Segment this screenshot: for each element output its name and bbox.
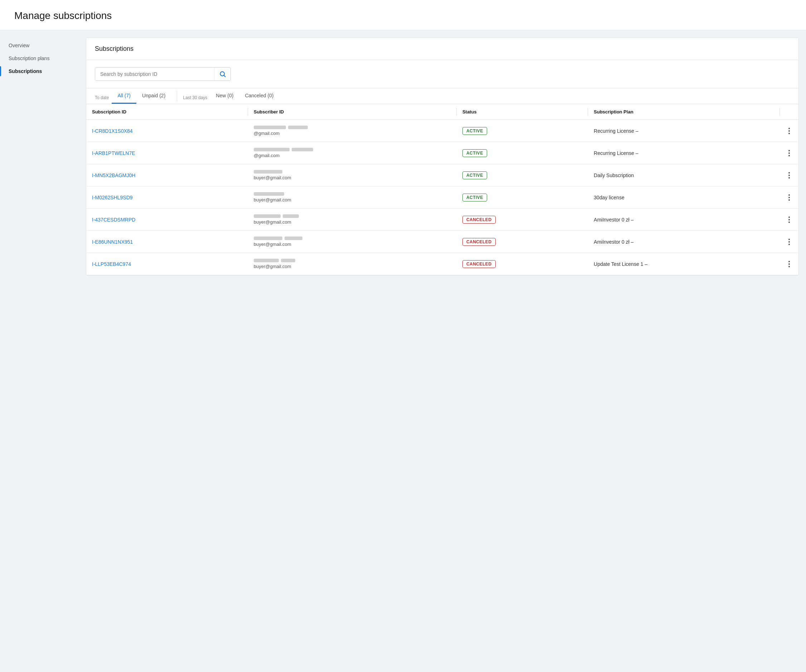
redacted-bar-2 — [284, 236, 302, 240]
subscription-id-cell: I-LLP53EB4C974 — [86, 253, 248, 275]
redacted-bar-2 — [288, 125, 308, 129]
page-title: Manage subscriptions — [14, 10, 792, 21]
tab-unpaid[interactable]: Unpaid (2) — [136, 88, 171, 104]
page-header: Manage subscriptions — [0, 0, 806, 30]
subscription-id-cell: I-M0262SHL9SD9 — [86, 187, 248, 209]
tab-all[interactable]: All (7) — [112, 88, 136, 104]
actions-cell — [780, 209, 798, 231]
row-menu-button[interactable] — [786, 171, 793, 180]
subscription-id-cell: I-ARB1PTWELN7E — [86, 142, 248, 164]
redacted-bar-1 — [254, 236, 282, 240]
table-row: I-M0262SHL9SD9 buyer@gmail.com ACTIVE 30… — [86, 187, 798, 209]
status-badge: ACTIVE — [462, 193, 487, 201]
redacted-bar-1 — [254, 148, 289, 151]
table-header-row: Subscription ID Subscriber ID Status Sub… — [86, 104, 798, 120]
subscriber-id-cell: buyer@gmail.com — [248, 164, 457, 187]
redacted-bar-2 — [292, 148, 313, 151]
plan-cell: 30day license — [588, 187, 780, 209]
col-header-actions — [780, 104, 798, 120]
subscriber-email: buyer@gmail.com — [254, 220, 451, 225]
table-row: I-E86UNN1NX951 buyer@gmail.com CANCELED … — [86, 231, 798, 253]
status-cell: ACTIVE — [457, 142, 588, 164]
redacted-bar-1 — [254, 125, 286, 129]
redacted-bar-1 — [254, 170, 282, 173]
subscription-id-link[interactable]: I-LLP53EB4C974 — [92, 261, 131, 267]
table-row: I-LLP53EB4C974 buyer@gmail.com CANCELED … — [86, 253, 798, 275]
plan-cell: Update Test License 1 – — [588, 253, 780, 275]
row-menu-button[interactable] — [786, 193, 793, 202]
actions-cell — [780, 187, 798, 209]
plan-cell: AmiInvestor 0 zł – — [588, 231, 780, 253]
main-content: Subscriptions To date — [79, 30, 806, 672]
status-cell: ACTIVE — [457, 120, 588, 142]
search-button[interactable] — [215, 68, 231, 81]
subscriber-email: buyer@gmail.com — [254, 241, 451, 247]
plan-cell: Recurring License – — [588, 142, 780, 164]
subscription-id-link[interactable]: I-ARB1PTWELN7E — [92, 150, 135, 156]
subscription-id-link[interactable]: I-CR8D1X1S0X84 — [92, 128, 133, 134]
status-badge: ACTIVE — [462, 172, 487, 179]
subscription-id-cell: I-437CESDSMRPD — [86, 209, 248, 231]
sidebar-item-subscriptions[interactable]: Subscriptions — [0, 65, 79, 78]
subscriber-email: @gmail.com — [254, 153, 451, 158]
subscriber-id-cell: buyer@gmail.com — [248, 231, 457, 253]
subscription-id-link[interactable]: I-M0262SHL9SD9 — [92, 195, 133, 200]
to-date-label: To date — [95, 95, 109, 104]
subscription-id-link[interactable]: I-MN5X2BAGMJ0H — [92, 172, 135, 178]
subscriber-id-cell: buyer@gmail.com — [248, 253, 457, 275]
redacted-bar-2 — [281, 259, 295, 262]
row-menu-button[interactable] — [786, 126, 793, 135]
last-30-label: Last 30 days — [183, 95, 207, 104]
subscriber-id-cell: @gmail.com — [248, 120, 457, 142]
table-row: I-MN5X2BAGMJ0H buyer@gmail.com ACTIVE Da… — [86, 164, 798, 187]
subscriptions-card: Subscriptions To date — [86, 38, 799, 276]
col-header-subscriber-id: Subscriber ID — [248, 104, 457, 120]
status-cell: CANCELED — [457, 253, 588, 275]
actions-cell — [780, 231, 798, 253]
search-icon — [219, 71, 226, 78]
actions-cell — [780, 120, 798, 142]
table-row: I-437CESDSMRPD buyer@gmail.com CANCELED … — [86, 209, 798, 231]
tab-separator — [177, 91, 177, 102]
actions-cell — [780, 142, 798, 164]
subscription-id-link[interactable]: I-437CESDSMRPD — [92, 217, 135, 223]
tab-new[interactable]: New (0) — [210, 88, 239, 104]
svg-line-1 — [224, 76, 225, 77]
subscriptions-table: Subscription ID Subscriber ID Status Sub… — [86, 104, 798, 275]
subscription-id-cell: I-E86UNN1NX951 — [86, 231, 248, 253]
sidebar-item-overview[interactable]: Overview — [0, 39, 79, 52]
table-container: Subscription ID Subscriber ID Status Sub… — [86, 104, 798, 275]
subscriber-id-cell: buyer@gmail.com — [248, 209, 457, 231]
tabs-section: To date All (7) Unpaid (2) Last 30 days … — [86, 88, 798, 104]
subscriber-email: buyer@gmail.com — [254, 175, 451, 180]
redacted-bar-1 — [254, 259, 279, 262]
row-menu-button[interactable] — [786, 149, 793, 158]
status-badge: ACTIVE — [462, 149, 487, 157]
row-menu-button[interactable] — [786, 259, 793, 269]
row-menu-button[interactable] — [786, 215, 793, 225]
tabs-row: To date All (7) Unpaid (2) Last 30 days … — [95, 88, 790, 104]
status-badge: CANCELED — [462, 260, 496, 268]
table-row: I-CR8D1X1S0X84 @gmail.com ACTIVE Recurri… — [86, 120, 798, 142]
status-badge: CANCELED — [462, 238, 496, 246]
col-header-plan: Subscription Plan — [588, 104, 780, 120]
subscription-id-cell: I-CR8D1X1S0X84 — [86, 120, 248, 142]
sidebar: Overview Subscription plans Subscription… — [0, 30, 79, 672]
actions-cell — [780, 164, 798, 187]
search-input[interactable] — [95, 68, 215, 81]
redacted-bar-2 — [283, 214, 299, 218]
subscription-id-link[interactable]: I-E86UNN1NX951 — [92, 239, 133, 245]
subscriber-email: buyer@gmail.com — [254, 197, 451, 203]
actions-cell — [780, 253, 798, 275]
tab-canceled[interactable]: Canceled (0) — [239, 88, 279, 104]
status-badge: ACTIVE — [462, 127, 487, 135]
status-cell: ACTIVE — [457, 164, 588, 187]
status-cell: ACTIVE — [457, 187, 588, 209]
redacted-bar-1 — [254, 192, 284, 196]
sidebar-item-subscription-plans[interactable]: Subscription plans — [0, 52, 79, 65]
subscriber-email: buyer@gmail.com — [254, 264, 451, 269]
status-badge: CANCELED — [462, 216, 496, 224]
subscriber-email: @gmail.com — [254, 130, 451, 136]
col-header-sub-id: Subscription ID — [86, 104, 248, 120]
row-menu-button[interactable] — [786, 237, 793, 246]
